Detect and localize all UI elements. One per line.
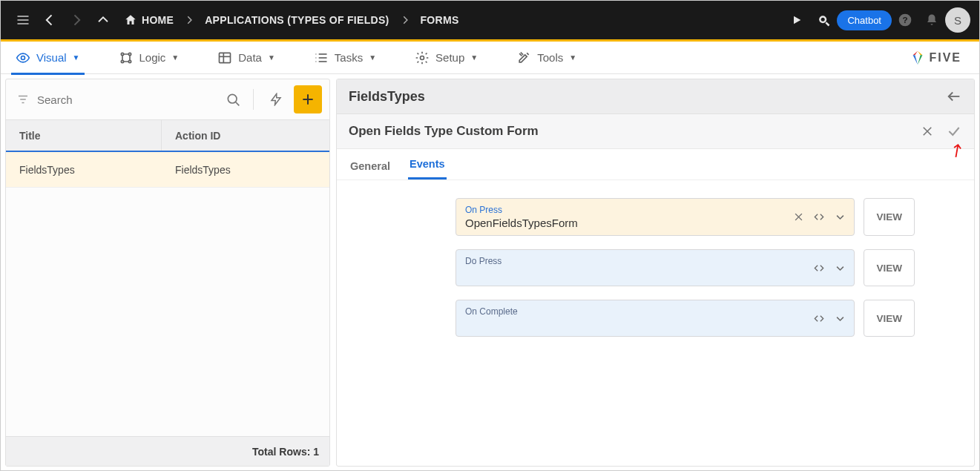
detail-title: FieldsTypes <box>349 89 425 105</box>
menu-data[interactable]: Data▼ <box>207 42 286 74</box>
svg-rect-14 <box>220 53 231 62</box>
svg-point-23 <box>421 56 424 59</box>
event-row: On Press OpenFieldsTypesForm VIEW <box>456 198 915 236</box>
svg-marker-24 <box>913 50 918 55</box>
play-icon[interactable] <box>783 7 810 33</box>
nav-up-icon[interactable] <box>90 7 116 33</box>
save-check-icon[interactable] <box>946 123 962 139</box>
event-on-press[interactable]: On Press OpenFieldsTypesForm <box>456 198 855 236</box>
event-do-press[interactable]: Do Press <box>456 249 855 286</box>
event-row: Do Press VIEW <box>456 249 915 286</box>
tab-general[interactable]: General <box>349 153 392 179</box>
menu-setup[interactable]: Setup▼ <box>404 42 488 74</box>
svg-point-5 <box>821 18 825 22</box>
brand-text: FIVE <box>929 51 961 65</box>
back-icon[interactable] <box>946 88 962 105</box>
code-icon[interactable] <box>812 312 826 325</box>
menu-label: Tools <box>537 51 563 64</box>
detail-header: FieldsTypes <box>337 79 974 114</box>
breadcrumb-forms[interactable]: FORMS <box>413 14 467 26</box>
menu-logic[interactable]: Logic▼ <box>108 42 190 74</box>
events-list: On Press OpenFieldsTypesForm VIEW Do Pre… <box>337 180 974 337</box>
breadcrumb-applications[interactable]: APPLICATIONS (TYPES OF FIELDS) <box>197 14 396 26</box>
menu-tools[interactable]: Tools▼ <box>506 42 587 74</box>
breadcrumb-label: FORMS <box>421 14 459 26</box>
brand-logo: FIVE <box>910 50 975 66</box>
code-icon[interactable] <box>812 211 826 224</box>
discard-icon[interactable] <box>919 123 935 139</box>
add-button[interactable] <box>294 85 322 113</box>
svg-point-13 <box>128 60 131 62</box>
event-value: OpenFieldsTypesForm <box>465 217 845 229</box>
avatar[interactable]: S <box>945 7 970 33</box>
table-header: Title Action ID <box>6 119 329 152</box>
menu-visual[interactable]: Visual▼ <box>5 42 91 74</box>
detail-subtitle: Open Fields Type Custom Form <box>349 124 539 139</box>
svg-line-32 <box>236 102 240 106</box>
menu-label: Data <box>238 51 262 64</box>
detail-panel: FieldsTypes Open Fields Type Custom Form… <box>336 79 975 467</box>
top-bar: HOME APPLICATIONS (TYPES OF FIELDS) FORM… <box>1 1 979 39</box>
nav-forward-icon <box>63 7 90 33</box>
chevron-right-icon <box>397 15 413 25</box>
column-action-id[interactable]: Action ID <box>162 120 329 151</box>
content-area: Title Action ID FieldsTypes FieldsTypes … <box>1 74 979 471</box>
menu-label: Tasks <box>335 51 363 64</box>
event-on-complete[interactable]: On Complete <box>456 300 855 337</box>
tab-events[interactable]: Events <box>408 151 447 179</box>
event-label: On Press <box>465 205 845 215</box>
chatbot-button[interactable]: Chatbot <box>837 10 892 30</box>
menu-bar: Visual▼ Logic▼ Data▼ Tasks▼ Setup▼ Tools… <box>1 42 979 74</box>
menu-label: Visual <box>36 51 67 64</box>
breadcrumb-label: APPLICATIONS (TYPES OF FIELDS) <box>205 14 389 26</box>
notifications-icon[interactable] <box>918 7 945 33</box>
list-toolbar <box>6 79 329 119</box>
tabs: General Events <box>337 149 974 180</box>
menu-label: Logic <box>139 51 166 64</box>
chevron-down-icon[interactable] <box>833 312 846 325</box>
menu-label: Setup <box>435 51 464 64</box>
list-panel: Title Action ID FieldsTypes FieldsTypes … <box>5 79 330 467</box>
total-rows: Total Rows: 1 <box>252 446 319 458</box>
filter-icon[interactable] <box>13 93 33 106</box>
svg-line-6 <box>826 22 829 25</box>
svg-marker-25 <box>918 50 922 55</box>
svg-marker-3 <box>794 16 800 24</box>
menu-icon[interactable] <box>10 7 36 33</box>
code-icon[interactable] <box>812 261 826 274</box>
svg-point-12 <box>121 60 123 62</box>
event-label: On Complete <box>465 306 845 317</box>
search-global-icon[interactable] <box>810 7 837 33</box>
event-row: On Complete VIEW <box>456 300 915 337</box>
svg-text:?: ? <box>902 15 907 24</box>
search-input[interactable] <box>37 93 217 106</box>
bolt-icon[interactable] <box>263 86 289 113</box>
detail-subheader: Open Fields Type Custom Form <box>337 114 974 149</box>
clear-icon[interactable] <box>792 211 805 224</box>
nav-back-icon[interactable] <box>36 7 63 33</box>
cell-action-id: FieldsTypes <box>162 164 329 176</box>
breadcrumb-home[interactable]: HOME <box>116 13 181 27</box>
chevron-right-icon <box>181 15 197 25</box>
svg-point-31 <box>228 94 237 103</box>
breadcrumb-label: HOME <box>142 14 174 26</box>
chevron-down-icon[interactable] <box>833 261 846 274</box>
svg-marker-26 <box>913 55 918 65</box>
column-title[interactable]: Title <box>6 120 162 151</box>
menu-tasks[interactable]: Tasks▼ <box>303 42 387 74</box>
chevron-down-icon[interactable] <box>833 211 846 224</box>
search-icon[interactable] <box>222 92 244 107</box>
svg-marker-27 <box>918 55 922 65</box>
svg-marker-33 <box>272 94 280 105</box>
view-button[interactable]: VIEW <box>864 249 915 286</box>
help-icon[interactable]: ? <box>892 7 918 33</box>
svg-point-9 <box>22 56 25 59</box>
view-button[interactable]: VIEW <box>864 198 915 236</box>
event-label: Do Press <box>465 256 845 266</box>
cell-title: FieldsTypes <box>6 164 162 176</box>
view-button[interactable]: VIEW <box>864 300 915 337</box>
svg-point-11 <box>128 53 131 55</box>
table-row[interactable]: FieldsTypes FieldsTypes <box>6 152 329 188</box>
table-footer: Total Rows: 1 <box>6 436 329 466</box>
svg-point-10 <box>121 53 123 55</box>
